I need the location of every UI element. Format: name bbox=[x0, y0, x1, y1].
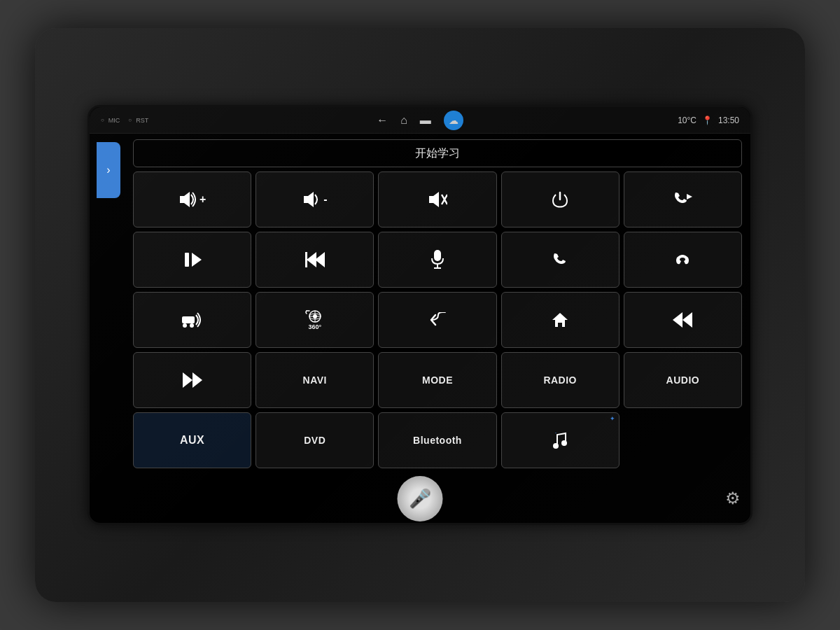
svg-marker-23 bbox=[673, 312, 682, 328]
svg-marker-5 bbox=[687, 194, 692, 200]
clock: 13:50 bbox=[718, 115, 739, 125]
microphone-btn[interactable] bbox=[378, 232, 496, 288]
mic-indicator: ○ bbox=[101, 117, 104, 123]
home-icon[interactable]: ⌂ bbox=[400, 114, 407, 127]
grid-area: 开始学习 + bbox=[133, 139, 742, 468]
svg-rect-6 bbox=[185, 253, 189, 267]
call-end-btn[interactable] bbox=[624, 232, 742, 288]
svg-point-28 bbox=[561, 440, 567, 446]
dvd-label: DVD bbox=[304, 435, 326, 446]
aux-btn[interactable]: AUX bbox=[133, 412, 251, 468]
start-learning-label: 开始学习 bbox=[415, 146, 460, 161]
aux-label: AUX bbox=[180, 434, 204, 447]
svg-rect-14 bbox=[182, 316, 195, 323]
voice-mic-button[interactable]: 🎤 bbox=[398, 476, 443, 522]
rewind-btn[interactable] bbox=[624, 292, 742, 348]
status-left: ○ MIC ○ RST bbox=[101, 117, 260, 124]
fast-forward-btn[interactable] bbox=[133, 352, 251, 408]
svg-marker-24 bbox=[682, 312, 692, 328]
music-btn[interactable]: ✦ bbox=[501, 412, 620, 468]
status-bar: ○ MIC ○ RST ← ⌂ ▬ ☁ 10°C 📍 13:50 bbox=[90, 107, 750, 134]
svg-point-15 bbox=[183, 323, 187, 328]
status-right: 10°C 📍 13:50 bbox=[580, 115, 739, 125]
svg-marker-2 bbox=[429, 192, 439, 207]
bottom-row: 🎤 ⚙ bbox=[90, 474, 750, 523]
mic-icon: 🎤 bbox=[409, 488, 431, 510]
settings-icon[interactable]: ⚙ bbox=[725, 489, 741, 508]
rst-label: RST bbox=[136, 117, 148, 124]
navi-label: NAVI bbox=[303, 374, 327, 386]
svg-marker-8 bbox=[307, 252, 316, 267]
bluetooth-btn[interactable]: Bluetooth bbox=[378, 412, 496, 468]
temperature: 10°C bbox=[678, 115, 696, 125]
panel-arrow[interactable]: › bbox=[97, 142, 120, 198]
svg-marker-1 bbox=[304, 192, 314, 207]
bluetooth-label: Bluetooth bbox=[413, 435, 462, 446]
svg-marker-26 bbox=[192, 372, 202, 388]
volume-down-btn[interactable]: - bbox=[255, 172, 374, 227]
power-grid-btn[interactable] bbox=[501, 172, 620, 227]
dvd-btn[interactable]: DVD bbox=[255, 412, 374, 468]
svg-rect-11 bbox=[434, 250, 441, 261]
left-panel: › bbox=[98, 139, 127, 468]
radio-label: RADIO bbox=[543, 374, 577, 386]
home-arrow-btn[interactable] bbox=[501, 292, 620, 348]
svg-marker-7 bbox=[192, 253, 202, 267]
return-btn[interactable] bbox=[378, 292, 496, 348]
screen-unit: ⏻ ⌂ ↩ 🔊 🔉 ○ MIC ○ RST ← ⌂ ▬ ☁ 10°C 📍 bbox=[88, 105, 752, 525]
audio-btn[interactable]: AUDIO bbox=[624, 352, 742, 408]
navi-btn[interactable]: NAVI bbox=[255, 352, 374, 408]
recent-icon[interactable]: ▬ bbox=[420, 114, 431, 127]
volume-up-btn[interactable]: + bbox=[133, 172, 251, 227]
mic-label: MIC bbox=[108, 117, 120, 124]
radio-btn[interactable]: RADIO bbox=[501, 352, 620, 408]
svg-marker-9 bbox=[315, 252, 325, 267]
skip-prev-btn[interactable] bbox=[255, 232, 374, 288]
cloud-icon[interactable]: ☁ bbox=[444, 111, 463, 130]
main-area: › 开始学习 + bbox=[90, 134, 750, 474]
audio-label: AUDIO bbox=[666, 374, 700, 386]
svg-marker-22 bbox=[552, 313, 568, 327]
empty-cell bbox=[624, 412, 742, 468]
location-icon: 📍 bbox=[702, 115, 713, 125]
mute-btn[interactable] bbox=[378, 172, 496, 227]
button-grid: + - bbox=[133, 172, 742, 468]
car-surround: ⏻ ⌂ ↩ 🔊 🔉 ○ MIC ○ RST ← ⌂ ▬ ☁ 10°C 📍 bbox=[35, 28, 805, 602]
svg-marker-25 bbox=[183, 372, 192, 388]
svg-marker-0 bbox=[180, 192, 190, 207]
car-sound-btn[interactable] bbox=[133, 292, 251, 348]
svg-rect-10 bbox=[305, 252, 307, 267]
360-btn[interactable]: 360° bbox=[255, 292, 374, 348]
mode-label: MODE bbox=[422, 374, 453, 386]
rst-indicator: ○ bbox=[128, 117, 132, 123]
mode-btn[interactable]: MODE bbox=[378, 352, 496, 408]
call-prev-btn[interactable] bbox=[624, 172, 742, 227]
play-pause-btn[interactable] bbox=[133, 232, 251, 288]
back-icon[interactable]: ← bbox=[377, 114, 388, 127]
nav-icons: ← ⌂ ▬ ☁ bbox=[260, 111, 580, 130]
start-learning-bar[interactable]: 开始学习 bbox=[133, 139, 742, 167]
svg-point-27 bbox=[553, 443, 559, 449]
svg-point-16 bbox=[190, 323, 194, 328]
call-btn[interactable] bbox=[501, 232, 620, 288]
